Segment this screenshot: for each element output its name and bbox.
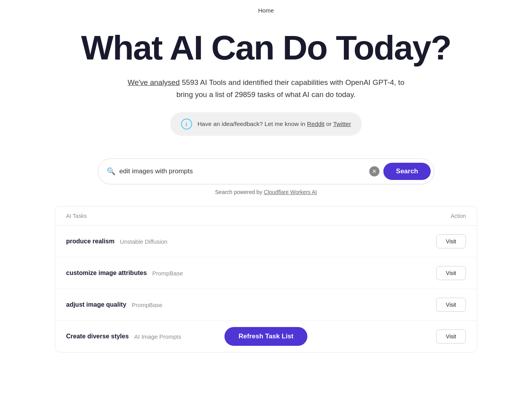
- task-left: Create diverse styles AI Image Prompts: [66, 333, 181, 340]
- refresh-task-list-button[interactable]: Refresh Task List: [225, 327, 307, 346]
- col-tasks-header: AI Tasks: [66, 213, 87, 219]
- hero-subtitle-text: 5593 AI Tools and identified their capab…: [176, 78, 404, 98]
- task-name: produce realism: [66, 238, 115, 245]
- feedback-box: i Have an idea/feedback? Let me know in …: [170, 112, 362, 136]
- analysed-link[interactable]: We've analysed: [128, 78, 180, 86]
- hero-section: What AI Can Do Today? We've analysed 559…: [0, 18, 532, 158]
- table-row: customize image attributes PrompBase Vis…: [55, 257, 477, 289]
- visit-button[interactable]: Visit: [436, 266, 466, 280]
- search-powered-text: Search powered by Cloudflare Workers AI: [0, 189, 532, 195]
- task-tool: PrompBase: [152, 270, 183, 277]
- nav: Home: [0, 0, 532, 18]
- task-tool: Unstable Diffusion: [120, 238, 167, 245]
- task-tool: PrompBase: [132, 302, 162, 308]
- task-left: customize image attributes PrompBase: [66, 270, 183, 277]
- nav-home-link[interactable]: Home: [258, 7, 274, 14]
- col-action-header: Action: [451, 213, 466, 219]
- table-row: adjust image quality PrompBase Visit: [55, 289, 477, 321]
- search-section: 🔍 ✕ Search: [90, 158, 442, 184]
- task-name: Create diverse styles: [66, 333, 129, 340]
- feedback-text: Have an idea/feedback? Let me know in Re…: [198, 120, 351, 128]
- visit-button[interactable]: Visit: [436, 234, 466, 248]
- task-left: produce realism Unstable Diffusion: [66, 238, 167, 245]
- visit-button[interactable]: Visit: [436, 298, 466, 312]
- cloudflare-link[interactable]: Cloudflare Workers AI: [264, 189, 317, 195]
- task-left: adjust image quality PrompBase: [66, 301, 162, 308]
- table-row: Create diverse styles AI Image Prompts R…: [55, 321, 477, 352]
- search-input[interactable]: [119, 167, 365, 175]
- twitter-link[interactable]: Twitter: [333, 120, 351, 127]
- page-title: What AI Can Do Today?: [8, 30, 524, 66]
- table-row: produce realism Unstable Diffusion Visit: [55, 226, 477, 257]
- reddit-link[interactable]: Reddit: [307, 120, 325, 127]
- task-name: adjust image quality: [66, 301, 126, 308]
- search-button[interactable]: Search: [383, 163, 431, 180]
- table-header: AI Tasks Action: [55, 207, 477, 226]
- search-bar: 🔍 ✕ Search: [98, 158, 434, 184]
- search-magnifier-icon: 🔍: [107, 167, 115, 176]
- hero-subtitle: We've analysed 5593 AI Tools and identif…: [125, 77, 407, 101]
- task-tool: AI Image Prompts: [134, 333, 181, 340]
- results-table: AI Tasks Action produce realism Unstable…: [55, 206, 477, 352]
- task-name: customize image attributes: [66, 270, 147, 277]
- visit-button[interactable]: Visit: [436, 329, 466, 343]
- info-icon: i: [181, 119, 192, 129]
- clear-button[interactable]: ✕: [369, 166, 379, 176]
